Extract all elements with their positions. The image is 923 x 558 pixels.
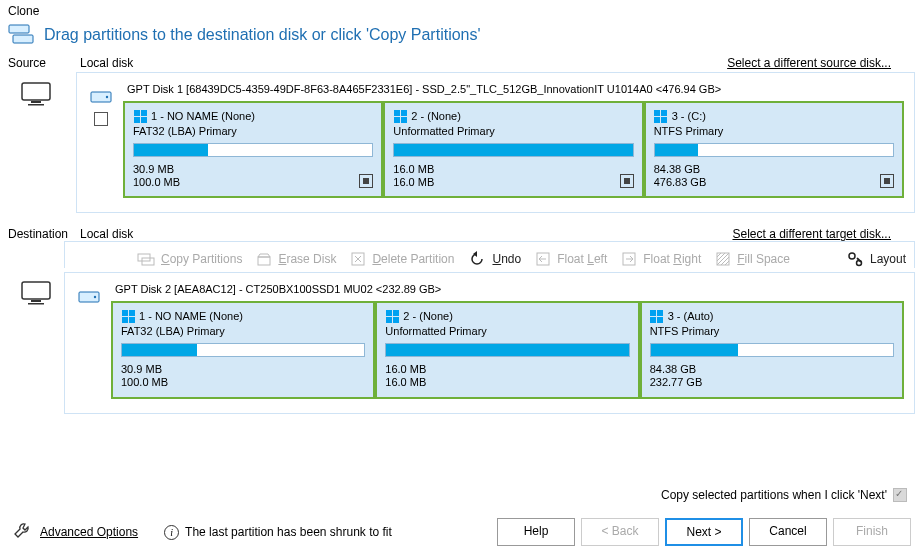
partition-subtitle: FAT32 (LBA) Primary bbox=[133, 125, 373, 137]
windows-icon bbox=[133, 109, 147, 123]
svg-rect-7 bbox=[22, 282, 50, 299]
partition-sizes: 16.0 MB16.0 MB bbox=[393, 163, 633, 188]
source-partition-card[interactable]: 2 - (None) Unformatted Primary 16.0 MB16… bbox=[383, 101, 643, 198]
svg-rect-3 bbox=[31, 101, 41, 103]
partition-title: 2 - (None) bbox=[385, 309, 629, 323]
cancel-button[interactable]: Cancel bbox=[749, 518, 827, 546]
svg-rect-12 bbox=[258, 257, 270, 265]
dest-partition-card[interactable]: 2 - (None) Unformatted Primary 16.0 MB16… bbox=[375, 301, 639, 398]
windows-icon bbox=[393, 109, 407, 123]
partition-title: 3 - (Auto) bbox=[650, 309, 894, 323]
partition-usage-bar bbox=[650, 343, 894, 357]
svg-rect-2 bbox=[22, 83, 50, 100]
hdd-icon bbox=[90, 91, 112, 106]
copy-on-next-checkbox[interactable] bbox=[893, 488, 907, 502]
partition-title: 2 - (None) bbox=[393, 109, 633, 123]
partition-usage-bar bbox=[133, 143, 373, 157]
windows-icon bbox=[650, 309, 664, 323]
partition-sizes: 30.9 MB100.0 MB bbox=[121, 363, 365, 388]
fill-space-button[interactable]: Fill Space bbox=[715, 251, 790, 267]
partition-title: 1 - NO NAME (None) bbox=[121, 309, 365, 323]
dest-disk-header: GPT Disk 2 [AEA8AC12] - CT250BX100SSD1 M… bbox=[111, 283, 904, 295]
partition-sizes: 84.38 GB232.77 GB bbox=[650, 363, 894, 388]
destination-toolbar: Copy Partitions Erase Disk Delete Partit… bbox=[64, 241, 915, 268]
select-source-disk-link[interactable]: Select a different source disk... bbox=[727, 56, 915, 70]
partition-subtitle: FAT32 (LBA) Primary bbox=[121, 325, 365, 337]
partition-subtitle: Unformatted Primary bbox=[393, 125, 633, 137]
partition-subtitle: Unformatted Primary bbox=[385, 325, 629, 337]
page-title: Clone bbox=[0, 0, 923, 20]
source-header: Source Local disk Select a different sou… bbox=[0, 52, 923, 70]
stop-icon[interactable] bbox=[880, 174, 894, 188]
next-button[interactable]: Next > bbox=[665, 518, 743, 546]
dest-partition-card[interactable]: 3 - (Auto) NTFS Primary 84.38 GB232.77 G… bbox=[640, 301, 904, 398]
copy-on-next-row: Copy selected partitions when I click 'N… bbox=[661, 488, 907, 502]
partition-subtitle: NTFS Primary bbox=[650, 325, 894, 337]
partition-usage-bar bbox=[393, 143, 633, 157]
destination-label: Destination bbox=[8, 227, 80, 241]
monitor-icon bbox=[8, 241, 64, 305]
finish-button: Finish bbox=[833, 518, 911, 546]
hdd-icon bbox=[78, 291, 100, 306]
wrench-icon bbox=[12, 521, 32, 544]
header-hint: Drag partitions to the destination disk … bbox=[44, 26, 481, 44]
windows-icon bbox=[385, 309, 399, 323]
svg-point-6 bbox=[106, 96, 108, 98]
copy-partitions-button[interactable]: Copy Partitions bbox=[137, 251, 242, 267]
float-left-button[interactable]: Float Left bbox=[535, 251, 607, 267]
partition-usage-bar bbox=[385, 343, 629, 357]
copy-on-next-label: Copy selected partitions when I click 'N… bbox=[661, 488, 887, 502]
windows-icon bbox=[121, 309, 135, 323]
source-partition-card[interactable]: 3 - (C:) NTFS Primary 84.38 GB476.83 GB bbox=[644, 101, 904, 198]
monitor-icon bbox=[8, 72, 64, 106]
status-message: iThe last partition has been shrunk to f… bbox=[164, 525, 392, 540]
back-button: < Back bbox=[581, 518, 659, 546]
select-target-disk-link[interactable]: Select a different target disk... bbox=[732, 227, 915, 241]
layout-button[interactable]: Layout bbox=[846, 250, 906, 268]
partition-sizes: 30.9 MB100.0 MB bbox=[133, 163, 373, 188]
svg-rect-0 bbox=[9, 25, 29, 33]
source-sublabel: Local disk bbox=[80, 56, 133, 70]
partition-subtitle: NTFS Primary bbox=[654, 125, 894, 137]
partition-title: 1 - NO NAME (None) bbox=[133, 109, 373, 123]
svg-rect-1 bbox=[13, 35, 33, 43]
info-icon: i bbox=[164, 525, 179, 540]
header-hint-row: Drag partitions to the destination disk … bbox=[0, 20, 923, 52]
svg-point-23 bbox=[94, 296, 96, 298]
help-button[interactable]: Help bbox=[497, 518, 575, 546]
float-right-button[interactable]: Float Right bbox=[621, 251, 701, 267]
svg-rect-4 bbox=[28, 104, 44, 106]
destination-header: Destination Local disk Select a differen… bbox=[0, 223, 923, 241]
svg-rect-8 bbox=[31, 300, 41, 302]
windows-icon bbox=[654, 109, 668, 123]
svg-point-19 bbox=[849, 253, 855, 259]
destination-sublabel: Local disk bbox=[80, 227, 133, 241]
stop-icon[interactable] bbox=[359, 174, 373, 188]
svg-rect-9 bbox=[28, 303, 44, 305]
partition-sizes: 16.0 MB16.0 MB bbox=[385, 363, 629, 388]
partition-usage-bar bbox=[654, 143, 894, 157]
source-label: Source bbox=[8, 56, 80, 70]
partition-usage-bar bbox=[121, 343, 365, 357]
stop-icon[interactable] bbox=[620, 174, 634, 188]
disks-icon bbox=[8, 24, 34, 46]
source-disk-header: GPT Disk 1 [68439DC5-4359-49DF-8F63-8A46… bbox=[123, 83, 904, 95]
dest-partition-card[interactable]: 1 - NO NAME (None) FAT32 (LBA) Primary 3… bbox=[111, 301, 375, 398]
partition-title: 3 - (C:) bbox=[654, 109, 894, 123]
svg-point-21 bbox=[856, 261, 861, 266]
advanced-options-link[interactable]: Advanced Options bbox=[40, 525, 138, 539]
undo-button[interactable]: Undo bbox=[468, 251, 521, 267]
svg-rect-18 bbox=[717, 253, 729, 265]
partition-sizes: 84.38 GB476.83 GB bbox=[654, 163, 894, 188]
delete-partition-button[interactable]: Delete Partition bbox=[350, 251, 454, 267]
source-partition-card[interactable]: 1 - NO NAME (None) FAT32 (LBA) Primary 3… bbox=[123, 101, 383, 198]
source-select-all-checkbox[interactable] bbox=[94, 112, 108, 126]
erase-disk-button[interactable]: Erase Disk bbox=[256, 251, 336, 267]
